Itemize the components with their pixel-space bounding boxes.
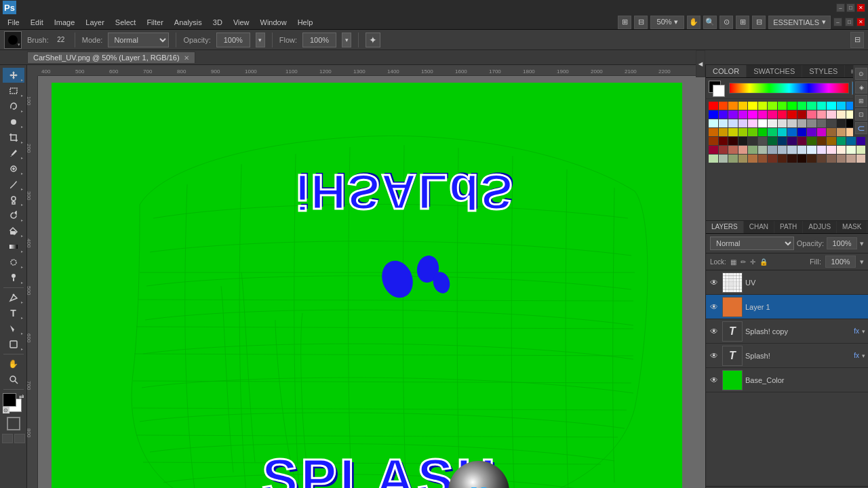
lock-position[interactable]: ✛ <box>750 258 755 266</box>
close-btn[interactable]: ✕ <box>856 3 865 12</box>
swatch[interactable] <box>807 102 816 110</box>
swatch[interactable] <box>778 137 787 145</box>
swatch[interactable] <box>827 110 836 119</box>
grid-view[interactable]: ⊞ <box>736 16 749 29</box>
menu-select[interactable]: Select <box>111 17 141 28</box>
swatch[interactable] <box>738 146 748 154</box>
swatch[interactable] <box>817 155 827 163</box>
quick-mask-btn[interactable] <box>7 417 20 430</box>
swatch[interactable] <box>768 128 777 136</box>
color-spectrum-bar[interactable] <box>729 83 849 94</box>
swatch[interactable] <box>856 137 866 145</box>
swatch[interactable] <box>758 110 768 119</box>
top-minimize[interactable]: – <box>833 18 842 26</box>
layer-item-basecolor[interactable]: 👁 Base_Color <box>706 368 868 392</box>
extra-view[interactable]: ⊟ <box>752 16 766 29</box>
crop-tool[interactable]: ▸ <box>3 130 24 145</box>
swatch[interactable] <box>837 146 846 154</box>
layer-fx-splash[interactable]: fx <box>854 352 859 359</box>
layer-item-uv[interactable]: 👁 <box>706 270 868 295</box>
swatch[interactable] <box>738 102 748 110</box>
swatch[interactable] <box>787 128 797 136</box>
swatch[interactable] <box>778 119 787 127</box>
swatch[interactable] <box>719 146 728 154</box>
swatch[interactable] <box>768 102 777 110</box>
swatch[interactable] <box>768 137 777 145</box>
swatch[interactable] <box>856 146 866 154</box>
hand-tool-2[interactable]: ✋ <box>3 357 24 371</box>
swatch[interactable] <box>748 155 757 163</box>
swatch[interactable] <box>768 119 777 127</box>
swatch[interactable] <box>709 128 718 136</box>
menu-help[interactable]: Help <box>293 17 318 28</box>
opacity-arrow[interactable]: ▾ <box>256 33 265 47</box>
swatch[interactable] <box>728 110 738 119</box>
swatch[interactable] <box>728 102 738 110</box>
tab-paths[interactable]: PATH <box>774 221 803 233</box>
color-switcher[interactable]: ⇄ ⊙ <box>3 393 24 413</box>
pen-tool[interactable]: ▸ <box>3 290 24 305</box>
swatch[interactable] <box>817 128 827 136</box>
hand-tool[interactable]: ✋ <box>687 16 701 29</box>
swatch[interactable] <box>738 119 748 127</box>
right-panel-collapse[interactable]: ◄ <box>696 50 705 77</box>
swatch[interactable] <box>837 102 846 110</box>
swatch[interactable] <box>758 146 768 154</box>
layer-item-splash-copy[interactable]: 👁 T Splash! copy fx ▾ <box>706 319 868 344</box>
swatch[interactable] <box>817 146 827 154</box>
swatch[interactable] <box>817 110 827 119</box>
layer-fx-splash-copy[interactable]: fx <box>854 327 859 335</box>
swatch[interactable] <box>748 137 757 145</box>
swatch[interactable] <box>846 146 856 154</box>
tab-styles[interactable]: STYLES <box>802 65 845 77</box>
layer-visibility-splash[interactable]: 👁 <box>709 350 719 361</box>
tab-masks[interactable]: MASK <box>837 221 867 233</box>
swatch[interactable] <box>846 155 856 163</box>
shape-tool[interactable]: ▸ <box>3 337 24 352</box>
layer-visibility-basecolor[interactable]: 👁 <box>709 375 719 386</box>
swatch[interactable] <box>827 146 836 154</box>
gradient-tool[interactable]: ▸ <box>3 239 24 254</box>
maximize-btn[interactable]: □ <box>846 3 855 12</box>
opacity-arrow[interactable]: ▾ <box>860 239 864 248</box>
swatch[interactable] <box>719 155 728 163</box>
marquee-tool[interactable]: ▸ <box>3 83 24 98</box>
swatch[interactable] <box>728 119 738 127</box>
blur-tool[interactable]: ▸ <box>3 255 24 270</box>
dodge-tool[interactable]: ▸ <box>3 270 24 285</box>
airbrush-toggle[interactable]: ✦ <box>366 33 380 47</box>
foreground-color[interactable] <box>3 393 16 407</box>
swatch[interactable] <box>709 155 718 163</box>
swatch[interactable] <box>817 137 827 145</box>
move-tool[interactable]: ▸ <box>3 68 24 83</box>
lock-image[interactable]: ✏ <box>741 258 746 266</box>
stamp-tool[interactable]: ▸ <box>3 192 24 207</box>
brush-preset-picker[interactable]: ▾ <box>4 31 22 49</box>
side-btn-2[interactable]: ◈ <box>855 81 867 94</box>
swatch[interactable] <box>738 137 748 145</box>
swatch[interactable] <box>719 102 728 110</box>
layer-visibility-splash-copy[interactable]: 👁 <box>709 326 719 337</box>
swatch[interactable] <box>837 119 846 127</box>
history-brush[interactable]: ▸ <box>3 208 24 223</box>
menu-image[interactable]: Image <box>50 17 80 28</box>
swatch[interactable] <box>758 137 768 145</box>
swatch[interactable] <box>719 119 728 127</box>
tab-swatches[interactable]: SWATCHES <box>747 65 802 77</box>
reset-colors-btn[interactable]: ⊙ <box>3 407 9 413</box>
swatch[interactable] <box>827 102 836 110</box>
swatch[interactable] <box>768 155 777 163</box>
swatch[interactable] <box>728 155 738 163</box>
lasso-tool[interactable]: ▸ <box>3 99 24 114</box>
swatch[interactable] <box>728 137 738 145</box>
fill-arrow[interactable]: ▾ <box>860 258 864 266</box>
swatch[interactable] <box>738 128 748 136</box>
blend-mode-select[interactable]: Normal Multiply Screen <box>710 237 794 250</box>
swatch[interactable] <box>768 146 777 154</box>
swatch[interactable] <box>807 146 816 154</box>
swatch[interactable] <box>709 119 718 127</box>
menu-view[interactable]: View <box>229 17 254 28</box>
tab-close-btn[interactable]: ✕ <box>184 54 189 62</box>
swatch[interactable] <box>748 119 757 127</box>
tab-adjustments[interactable]: ADJUS <box>803 221 837 233</box>
